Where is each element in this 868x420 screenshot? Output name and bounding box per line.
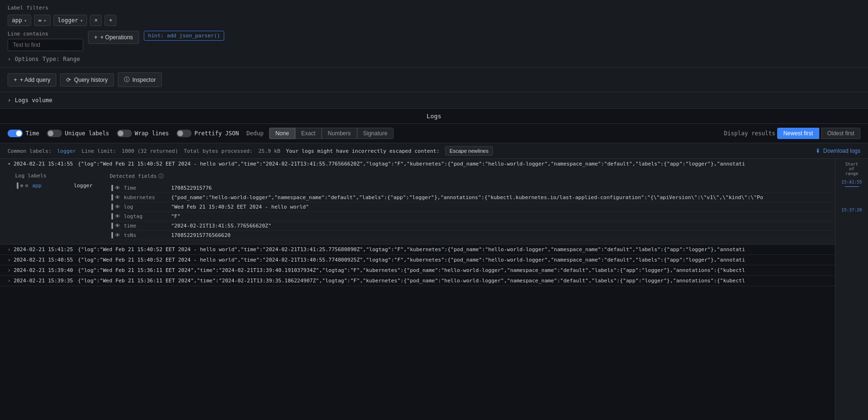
field-row-tsns: ▐ 👁 tsNs 1708522915776566620 — [110, 231, 853, 240]
info-icon: ⓘ — [158, 173, 164, 180]
field-name-logtag: logtag — [124, 213, 171, 219]
text-to-find-input[interactable] — [8, 39, 83, 51]
field-row-log: ▐ 👁 log "Wed Feb 21 15:40:52 EET 2024 - … — [110, 202, 853, 212]
options-type: Type: Range — [43, 56, 80, 62]
display-results-label: Display results — [724, 130, 775, 137]
query-history-btn[interactable]: ⟳ Query history — [60, 73, 114, 87]
field-eye-icon[interactable]: 👁 — [115, 185, 120, 191]
dedup-numbers-btn[interactable]: Numbers — [322, 128, 357, 139]
log-time-4: 2024-02-21 15:39:40 — [14, 267, 73, 273]
zoom-out-icon[interactable]: ⊖ — [25, 183, 28, 189]
field-name-kubernetes: kubernetes — [124, 194, 171, 201]
add-filter-btn[interactable]: + — [105, 15, 116, 26]
wrap-lines-toggle[interactable] — [117, 130, 132, 137]
filter-operator-select[interactable]: = ▾ — [34, 15, 51, 26]
options-chevron-icon: › — [8, 56, 11, 62]
total-bytes-label: Total bytes processed: — [184, 148, 253, 154]
filter-operator-chevron: ▾ — [44, 18, 46, 23]
add-query-btn[interactable]: + + Add query — [8, 73, 56, 87]
add-query-icon: + — [14, 77, 17, 83]
oldest-first-btn[interactable]: Oldest first — [821, 128, 860, 139]
total-bytes-value: 25.9 kB — [258, 148, 280, 154]
history-icon: ⟳ — [66, 77, 71, 83]
field-bar-icon[interactable]: ▐ — [110, 232, 113, 238]
dedup-none-btn[interactable]: None — [269, 128, 295, 139]
detected-fields-title: Detected fields ⓘ — [110, 173, 853, 180]
time-control: Time — [8, 130, 39, 137]
logs-volume-label: Logs volume — [15, 97, 52, 104]
download-logs-btn[interactable]: ⬇ Download logs — [815, 148, 860, 154]
filter-key-chevron: ▾ — [24, 18, 27, 23]
dedup-signature-btn[interactable]: Signature — [357, 128, 394, 139]
log-entry-2[interactable]: › 2024-02-21 15:41:25 {"log":"Wed Feb 21… — [0, 245, 868, 255]
field-row-kubernetes: ▐ 👁 kubernetes {"pod_name":"hello-world-… — [110, 193, 853, 202]
logs-title: Logs — [0, 109, 868, 124]
time-label: Time — [26, 130, 39, 137]
escape-newlines-btn[interactable]: Escape newlines — [445, 146, 493, 156]
add-query-label: + Add query — [20, 77, 50, 83]
field-value-log: "Wed Feb 21 15:40:52 EET 2024 - hello wo… — [171, 204, 853, 210]
field-value-kubernetes: {"pod_name":"hello-world-logger","namesp… — [171, 194, 853, 201]
field-eye-icon[interactable]: 👁 — [115, 194, 120, 201]
inspector-icon: ⓘ — [124, 76, 130, 84]
field-row-time: ▐ 👁 Time 1708522915776 — [110, 184, 853, 193]
expand-icon-4: › — [8, 267, 11, 273]
field-eye-icon[interactable]: 👁 — [115, 204, 120, 210]
dedup-label: Dedup — [246, 130, 263, 137]
field-bar-icon[interactable]: ▐ — [110, 213, 113, 219]
dedup-exact-btn[interactable]: Exact — [295, 128, 322, 139]
logs-volume-chevron-icon: › — [8, 97, 11, 104]
logs-volume-row[interactable]: › Logs volume — [0, 92, 868, 109]
newest-first-btn[interactable]: Newest first — [777, 128, 819, 139]
time-toggle[interactable] — [8, 130, 23, 137]
query-history-label: Query history — [74, 77, 107, 83]
log-entry-5[interactable]: › 2024-02-21 15:39:35 {"log":"Wed Feb 21… — [0, 276, 868, 286]
field-row-time: ▐ 👁 time "2024-02-21T13:41:55.776566620Z… — [110, 221, 853, 231]
prettify-json-control: Prettify JSON — [176, 130, 239, 137]
field-bar-icon[interactable]: ▐ — [110, 185, 113, 191]
field-value-time: "2024-02-21T13:41:55.776566620Z" — [171, 223, 853, 229]
download-icon: ⬇ — [815, 148, 820, 154]
filter-value-select[interactable]: logger ▾ — [53, 15, 87, 26]
unique-labels-toggle[interactable] — [47, 130, 62, 137]
log-entry-4[interactable]: › 2024-02-21 15:39:40 {"log":"Wed Feb 21… — [0, 265, 868, 276]
log-label-row-app: ▐ ⊕ ⊖ app logger — [15, 183, 110, 189]
line-contains-label: Line contains — [8, 31, 83, 37]
expand-icon-1: ▾ — [8, 161, 11, 167]
log-time-1: 2024-02-21 15:41:55 — [14, 161, 73, 167]
field-bar-icon[interactable]: ▐ — [110, 223, 113, 229]
time-marker-1: 15:41:55 — [842, 180, 862, 184]
field-name-tsns: tsNs — [124, 232, 171, 238]
filter-key-select[interactable]: app ▾ — [8, 15, 31, 26]
expand-icon-2: › — [8, 246, 11, 253]
field-value-tsns: 1708522915776566620 — [171, 232, 853, 238]
bar-chart-icon[interactable]: ▐ — [15, 183, 18, 189]
common-label-logger: logger — [57, 148, 76, 154]
inspector-btn[interactable]: ⓘ Inspector — [118, 72, 162, 87]
field-name-time: Time — [124, 185, 171, 191]
inspector-label: Inspector — [132, 77, 156, 83]
time-divider — [845, 186, 859, 187]
common-labels-label: Common labels: — [8, 148, 52, 154]
field-row-logtag: ▐ 👁 logtag "F" — [110, 212, 853, 221]
field-bar-icon[interactable]: ▐ — [110, 194, 113, 201]
remove-filter-btn[interactable]: × — [90, 15, 102, 26]
log-content-3: {"log":"Wed Feb 21 15:40:52 EET 2024 - h… — [78, 257, 859, 263]
field-eye-icon[interactable]: 👁 — [115, 213, 120, 219]
log-entry-3[interactable]: › 2024-02-21 15:40:55 {"log":"Wed Feb 21… — [0, 255, 868, 265]
options-label: Options — [15, 56, 39, 62]
prettify-json-toggle[interactable] — [176, 130, 192, 137]
operations-plus-icon: + — [94, 34, 97, 41]
operations-btn[interactable]: + + Operations — [88, 31, 139, 44]
log-entry-1-header[interactable]: ▾ 2024-02-21 15:41:55 {"log":"Wed Feb 21… — [0, 159, 868, 169]
hint-badge: hint: add json_parser() — [144, 31, 224, 41]
field-bar-icon[interactable]: ▐ — [110, 204, 113, 210]
field-value-logtag: "F" — [171, 213, 853, 219]
field-eye-icon[interactable]: 👁 — [115, 223, 120, 229]
field-eye-icon[interactable]: 👁 — [115, 232, 120, 238]
label-filters-title: Label filters — [8, 5, 860, 11]
zoom-in-icon[interactable]: ⊕ — [20, 183, 24, 189]
timeline-panel: Startofrange 15:41:55 15:37:20 — [835, 159, 868, 420]
log-time-3: 2024-02-21 15:40:55 — [14, 257, 73, 263]
line-limit-value: 1000 (32 returned) — [122, 148, 178, 154]
